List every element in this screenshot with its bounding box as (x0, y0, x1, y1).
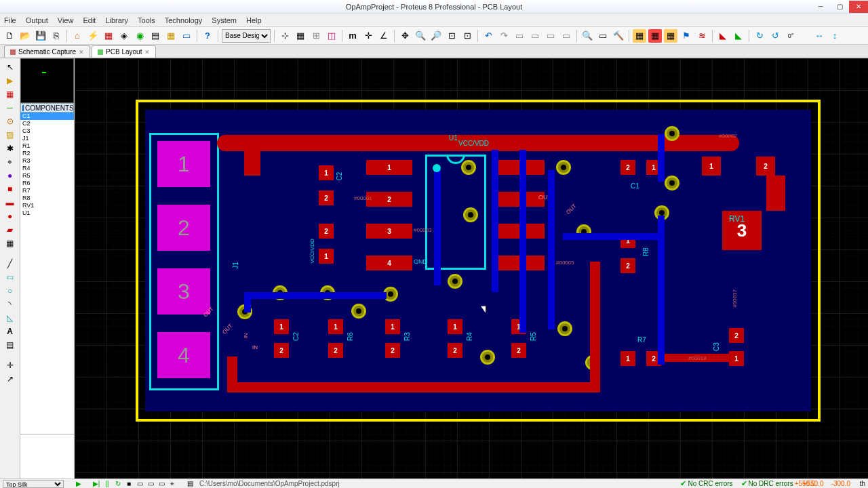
via-mode-icon[interactable]: ⊙ (3, 115, 17, 127)
metric-icon[interactable]: m (346, 29, 359, 43)
list-item[interactable]: R5 (20, 172, 74, 180)
save-icon[interactable]: 💾 (34, 29, 47, 43)
menu-help[interactable]: Help (246, 16, 262, 24)
sim-tool1-icon[interactable]: ▭ (134, 480, 145, 487)
close-project-icon[interactable]: ⎘ (50, 29, 63, 43)
components-toggle-icon[interactable] (22, 105, 24, 111)
maximize-button[interactable]: ▢ (830, 1, 849, 13)
close-tab-icon[interactable]: ✕ (79, 49, 84, 56)
list-item[interactable]: RV1 (20, 202, 74, 209)
make-icon[interactable]: 🔨 (612, 29, 625, 43)
toggle2-icon[interactable]: ▦ (648, 29, 662, 43)
report-icon[interactable]: ▤ (184, 480, 195, 487)
padstack-icon[interactable]: ▦ (3, 237, 17, 249)
package-icon[interactable]: ▭ (596, 29, 610, 43)
sim-step-icon[interactable]: ▶| (91, 480, 102, 487)
layer-select[interactable]: Top Silk (3, 480, 64, 488)
menu-edit[interactable]: Edit (83, 16, 96, 24)
block-copy-icon[interactable]: ▭ (513, 29, 526, 43)
list-item[interactable]: R4 (20, 165, 74, 172)
open-icon[interactable]: 📂 (18, 29, 32, 43)
filter2-icon[interactable]: ◣ (732, 29, 745, 43)
design-explorer-icon[interactable]: ▤ (149, 29, 162, 43)
pcb-icon[interactable]: ▦ (102, 29, 115, 43)
3d-icon[interactable]: ◈ (117, 29, 131, 43)
list-item[interactable]: R2 (20, 150, 74, 157)
close-button[interactable]: ✕ (849, 1, 868, 13)
zoom-area-icon[interactable]: ⊡ (460, 29, 474, 43)
pad-j1-2[interactable]: 2 (157, 205, 210, 251)
sim-tool3-icon[interactable]: ▭ (156, 480, 167, 487)
selection-mode-icon[interactable]: ↖ (3, 61, 17, 73)
poly-pad-icon[interactable]: ▰ (3, 224, 17, 236)
package-mode-icon[interactable]: ▦ (3, 88, 17, 100)
sim-icon[interactable]: ▭ (180, 29, 193, 43)
line-icon[interactable]: ╱ (3, 258, 17, 270)
square-pad-icon[interactable]: ■ (3, 183, 17, 195)
pad-j1-4[interactable]: 4 (157, 332, 210, 378)
autoroute-icon[interactable]: ≋ (695, 29, 709, 43)
pad-j1-3[interactable]: 3 (157, 268, 210, 314)
pcb-canvas[interactable]: 1 2 3 4 U1 VCC/VDD 1 2 3 4 8 7 6 5 1 2 2… (75, 58, 868, 479)
menu-library[interactable]: Library (105, 16, 128, 24)
toggle1-icon[interactable]: ▦ (633, 29, 646, 43)
box-icon[interactable]: ▭ (3, 271, 17, 283)
list-item[interactable]: R6 (20, 180, 74, 187)
zoom-out-icon[interactable]: 🔎 (429, 29, 443, 43)
zoom-in-icon[interactable]: 🔍 (414, 29, 427, 43)
list-item[interactable]: C3 (20, 127, 74, 135)
circle-pad-icon[interactable]: ● (3, 210, 17, 222)
arc-icon[interactable]: ◝ (3, 298, 17, 310)
zone-mode-icon[interactable]: ▨ (3, 129, 17, 141)
list-item[interactable]: R8 (20, 195, 74, 202)
sim-tool2-icon[interactable]: ▭ (145, 480, 156, 487)
list-item[interactable]: U1 (20, 209, 74, 217)
block-delete-icon[interactable]: ▭ (559, 29, 573, 43)
false-origin-icon[interactable]: ✛ (361, 29, 375, 43)
menu-tools[interactable]: Tools (138, 16, 155, 24)
filter1-icon[interactable]: ◣ (716, 29, 730, 43)
snap-icon[interactable]: ▦ (294, 29, 307, 43)
marker-icon[interactable]: ↗ (3, 373, 17, 385)
sim-tool4-icon[interactable]: ⌖ (167, 480, 178, 488)
components-list[interactable]: C1 C2 C3 J1 R1 R2 R3 R4 R5 R6 R7 R8 RV1 … (20, 113, 74, 434)
list-item[interactable]: R7 (20, 187, 74, 195)
tab-schematic[interactable]: Schematic Capture✕ (4, 45, 90, 58)
close-tab-icon[interactable]: ✕ (144, 49, 150, 56)
sim-stop-icon[interactable]: ■ (123, 480, 134, 487)
list-item[interactable]: R1 (20, 142, 74, 150)
sim-run-icon[interactable]: ▶ (73, 480, 84, 487)
track-mode-icon[interactable]: ─ (3, 102, 17, 114)
menu-technology[interactable]: Technology (165, 16, 203, 24)
menu-file[interactable]: File (4, 16, 16, 24)
autoplace-icon[interactable]: ⚑ (679, 29, 693, 43)
circle-icon[interactable]: ○ (3, 285, 17, 297)
smd-pad-icon[interactable]: ▬ (3, 197, 17, 209)
board-preview[interactable] (20, 58, 74, 103)
redo-icon[interactable]: ↷ (497, 29, 511, 43)
pick-icon[interactable]: 🔍 (580, 29, 594, 43)
list-item[interactable]: R3 (20, 157, 74, 165)
menu-system[interactable]: System (212, 16, 237, 24)
pad-j1-1[interactable]: 1 (157, 141, 210, 187)
grid-icon[interactable]: ⊞ (309, 29, 323, 43)
dimension-icon[interactable]: ✛ (3, 359, 17, 371)
origin-icon[interactable]: ⊹ (278, 29, 292, 43)
block-move-icon[interactable]: ▭ (528, 29, 542, 43)
menu-view[interactable]: View (58, 16, 74, 24)
rotate-ccw-icon[interactable]: ↺ (768, 29, 782, 43)
symbol-icon[interactable]: ▤ (3, 339, 17, 351)
list-item[interactable]: C1 (20, 113, 74, 120)
sim-loop-icon[interactable]: ↻ (113, 480, 123, 487)
block-rotate-icon[interactable]: ▭ (544, 29, 557, 43)
round-pad-icon[interactable]: ● (3, 169, 17, 182)
polar-icon[interactable]: ∠ (377, 29, 391, 43)
flip-v-icon[interactable]: ↕ (828, 29, 842, 43)
text-icon[interactable]: A (3, 325, 17, 338)
flip-h-icon[interactable]: ↔ (812, 29, 826, 43)
new-icon[interactable]: 🗋 (3, 29, 16, 43)
gerber-icon[interactable]: ◉ (133, 29, 146, 43)
zoom-all-icon[interactable]: ⊡ (445, 29, 458, 43)
tab-pcb-layout[interactable]: PCB Layout✕ (92, 45, 156, 58)
undo-icon[interactable]: ↶ (481, 29, 495, 43)
